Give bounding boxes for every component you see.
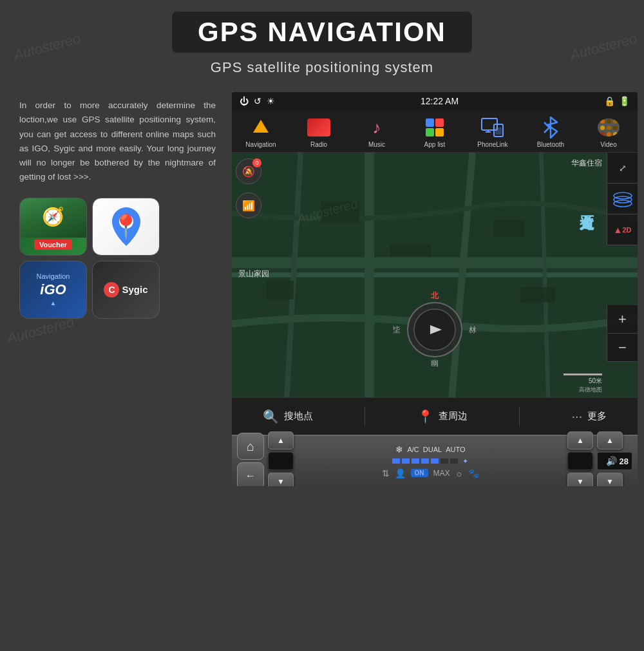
bottom-indicators: ⇅ 👤 ON MAX ☼ 🐾 xyxy=(382,468,480,478)
igo-label: iGO xyxy=(40,281,66,298)
svg-rect-14 xyxy=(390,245,431,257)
nearby-btn[interactable]: 📍 查周边 xyxy=(408,404,477,429)
compass-west: 坒 xyxy=(393,325,401,335)
ac-controls: ❄ A/C DUAL AUTO xyxy=(395,444,465,455)
compass-east: 沝 xyxy=(469,325,477,335)
compass-north: 北 xyxy=(431,290,439,301)
fan-speed-icon: ⇅ xyxy=(382,468,390,478)
svg-point-21 xyxy=(614,193,632,199)
app-icon-voucher[interactable]: 🧭 Voucher xyxy=(19,198,87,256)
menu-item-radio[interactable]: Radio xyxy=(290,114,348,149)
2d-btn[interactable]: ▲2D xyxy=(607,214,638,245)
music-icon: ♪ xyxy=(365,115,389,140)
svg-point-19 xyxy=(614,200,632,207)
applist-icon xyxy=(422,115,447,140)
refresh-icon: ↺ xyxy=(254,96,261,106)
display-rect xyxy=(268,452,294,470)
voucher-label: Voucher xyxy=(34,240,72,250)
compass-svg xyxy=(406,301,464,359)
bottom-action-bar: 🔍 搜地点 📍 查周边 ··· 更多 xyxy=(232,397,638,435)
ac-label: A/C xyxy=(407,446,419,453)
navigation-icon xyxy=(249,115,273,140)
page-title: GPS NAVIGATION xyxy=(198,17,446,48)
menu-item-navigation[interactable]: Navigation xyxy=(232,114,290,149)
compass-south: 幽 xyxy=(431,358,439,369)
on-indicator: ON xyxy=(411,469,428,477)
wifi-btn[interactable]: 📶 xyxy=(236,193,261,218)
max-label: MAX xyxy=(433,469,450,478)
dual-label: DUAL xyxy=(423,446,442,453)
power-icon: ⏻ xyxy=(240,96,249,106)
map-right-controls: ⤢ ▲2D xyxy=(607,153,638,245)
more-icon: ··· xyxy=(572,409,583,424)
video-label: Video xyxy=(600,141,616,148)
mute-btn[interactable]: 🔕 0 xyxy=(236,158,261,184)
more-btn[interactable]: ··· 更多 xyxy=(562,404,617,429)
seg-7 xyxy=(450,458,458,464)
menu-item-bluetooth[interactable]: Bluetooth xyxy=(522,114,580,149)
search-location-btn[interactable]: 🔍 搜地点 xyxy=(253,404,323,429)
center-controls: ❄ A/C DUAL AUTO ✦ ⇅ xyxy=(382,444,480,478)
header: GPS NAVIGATION GPS satellite positioning… xyxy=(0,0,644,92)
seg-6 xyxy=(440,458,448,464)
zoom-in-btn[interactable]: + xyxy=(607,305,638,334)
menu-item-video[interactable]: Video xyxy=(580,114,638,149)
app-icon-gmaps[interactable]: 📍 xyxy=(92,198,160,256)
map-left-controls: 🔕 0 📶 xyxy=(233,156,264,221)
app-icon-sygic[interactable]: C Sygic xyxy=(92,261,160,319)
scale-sub: 高德地图 xyxy=(564,386,602,394)
nearby-label: 查周边 xyxy=(439,410,468,422)
map-label-jingshan: 景山家园 xyxy=(238,269,269,279)
status-bar: ⏻ ↺ ☀ 12:22 AM 🔒 🔋 xyxy=(232,92,638,110)
menu-item-music[interactable]: ♪ Music xyxy=(348,114,406,149)
map-label-huaxin: 华鑫住宿 xyxy=(571,158,602,169)
right-up-btn[interactable]: ▲ xyxy=(567,431,593,449)
svg-rect-18 xyxy=(493,220,524,238)
navigation-label: Navigation xyxy=(245,141,276,148)
igo-version: ▲ xyxy=(50,299,57,307)
more-label: 更多 xyxy=(587,410,607,422)
svg-rect-15 xyxy=(266,281,294,300)
down-btn[interactable]: ▼ xyxy=(268,473,294,486)
volume-icon: 🔊 xyxy=(606,456,617,466)
left-panel: In order to more accurately determine th… xyxy=(6,92,225,486)
up-btn[interactable]: ▲ xyxy=(268,431,294,449)
sygic-icon: C xyxy=(104,282,119,297)
phonelink-label: PhoneLink xyxy=(477,141,507,148)
phonelink-icon xyxy=(480,115,505,140)
main-layout: In order to more accurately determine th… xyxy=(0,92,644,486)
applist-label: App list xyxy=(424,141,446,148)
compass-container: 北 幽 沝 坒 xyxy=(406,301,464,359)
volume-value: 28 xyxy=(620,457,629,466)
vol-up-btn[interactable]: ▲ xyxy=(597,431,623,449)
menu-item-phonelink[interactable]: PhoneLink xyxy=(464,114,522,149)
zoom-out-btn[interactable]: − xyxy=(607,334,638,362)
fullscreen-btn[interactable]: ⤢ xyxy=(607,153,638,184)
seg-5 xyxy=(431,458,439,464)
bluetooth-label: Bluetooth xyxy=(537,141,564,148)
divider-2 xyxy=(519,407,520,426)
right-down-btn[interactable]: ▼ xyxy=(567,473,593,486)
map-view-btn[interactable] xyxy=(607,184,638,214)
brightness-icon: ☀ xyxy=(267,96,275,106)
nearby-icon: 📍 xyxy=(417,409,433,424)
auto-label: AUTO xyxy=(446,446,465,453)
back-btn[interactable]: ← xyxy=(237,462,264,486)
app-icon-igo[interactable]: Navigation iGO ▲ xyxy=(19,261,87,319)
home-btn[interactable]: ⌂ xyxy=(237,433,264,460)
menu-item-applist[interactable]: App list xyxy=(406,114,464,149)
search-location-label: 搜地点 xyxy=(284,410,313,422)
battery-icon: 🔋 xyxy=(619,96,630,106)
music-label: Music xyxy=(368,141,385,148)
app-menu: Navigation Radio ♪ xyxy=(232,110,638,153)
status-left-icons: ⏻ ↺ ☀ xyxy=(240,96,275,106)
igo-sub-label: Navigation xyxy=(37,272,70,280)
status-time: 12:22 AM xyxy=(275,96,604,106)
subtitle: GPS satellite positioning system xyxy=(0,59,644,76)
video-icon xyxy=(596,115,621,140)
right-display-rect xyxy=(567,452,593,470)
seg-1 xyxy=(392,458,400,464)
radio-label: Radio xyxy=(310,141,327,148)
vol-down-btn[interactable]: ▼ xyxy=(597,473,623,486)
defrost-icon: ☼ xyxy=(455,468,464,478)
